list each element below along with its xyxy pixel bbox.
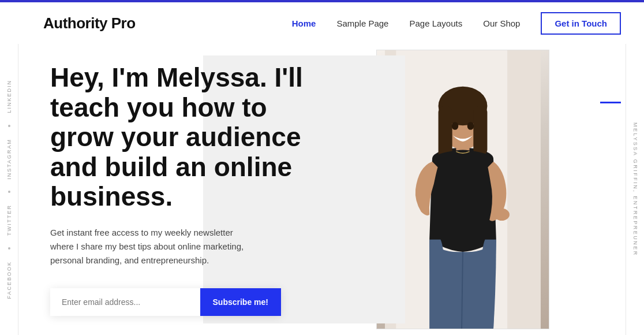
social-sidebar: LINKEDIN INSTAGRAM TWITTER FACEBOOK (0, 44, 18, 335)
social-label-facebook[interactable]: FACEBOOK (6, 261, 12, 299)
header: Authority Pro Home Sample Page Page Layo… (0, 2, 644, 44)
svg-point-8 (494, 209, 510, 221)
nav-link-home[interactable]: Home (292, 18, 316, 28)
social-label-twitter[interactable]: TWITTER (6, 204, 12, 236)
social-label-linkedin[interactable]: LINKEDIN (6, 80, 12, 113)
svg-rect-6 (473, 106, 487, 156)
caption-text: MELYSSA GRIFFIN, ENTREPREUNER (632, 122, 638, 256)
social-label-instagram[interactable]: INSTAGRAM (6, 139, 12, 180)
hero-headline: Hey, I'm Melyssa. I'll teach you how to … (50, 63, 316, 212)
social-dot-2 (8, 191, 10, 193)
caption-sidebar: MELYSSA GRIFFIN, ENTREPREUNER (626, 44, 644, 335)
social-dot-1 (8, 125, 10, 127)
blue-accent-line (600, 102, 621, 103)
email-form: Subscribe me! (50, 288, 281, 316)
nav-link-layouts[interactable]: Page Layouts (409, 18, 462, 28)
nav-cta-button[interactable]: Get in Touch (541, 12, 621, 35)
hero-subtext: Get instant free access to my weekly new… (50, 226, 258, 267)
main-content: Hey, I'm Melyssa. I'll teach you how to … (18, 44, 644, 335)
hero-image-area: MELYSSA GRIFFIN, ENTREPREUNER (388, 44, 644, 335)
main-nav: Home Sample Page Page Layouts Our Shop G… (292, 12, 621, 35)
subscribe-button[interactable]: Subscribe me! (200, 288, 281, 316)
svg-point-10 (452, 122, 459, 129)
hero-text-area: Hey, I'm Melyssa. I'll teach you how to … (18, 44, 388, 335)
site-title: Authority Pro (43, 14, 136, 32)
social-dot-3 (8, 247, 10, 250)
nav-link-sample[interactable]: Sample Page (336, 18, 388, 28)
nav-link-shop[interactable]: Our Shop (483, 18, 520, 28)
svg-point-11 (467, 122, 474, 129)
email-input[interactable] (50, 288, 200, 316)
